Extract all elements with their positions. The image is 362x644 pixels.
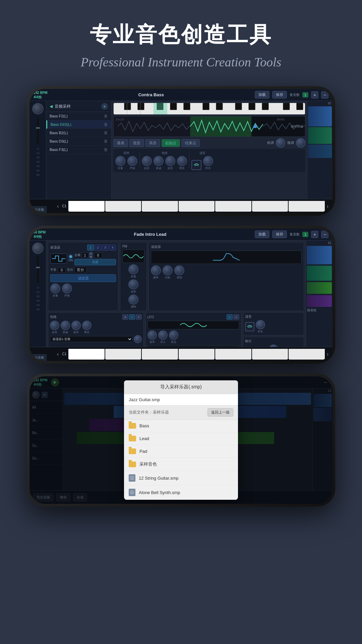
svg-rect-7 xyxy=(216,103,223,110)
dialog-folder-item[interactable]: Pad xyxy=(124,445,238,458)
waveform-display1: 24120 36081 循环区域 xyxy=(113,116,305,137)
phone2-topbar: 90 BPM 4/4拍 Fade Intro Lead 加载 保存 复音数 1 … xyxy=(29,228,333,240)
lfo-panel: LFO 1 2 xyxy=(145,312,241,347)
prev-oct-btn1[interactable]: ‹ xyxy=(56,203,60,209)
env-osc-select1[interactable]: 振荡器1-音量 xyxy=(50,336,133,342)
load-btn1[interactable]: 加载 xyxy=(255,91,269,99)
knob-fm-wave xyxy=(128,279,138,289)
waveform-end: 36081 xyxy=(277,118,285,121)
export-btn1[interactable]: 导出音频 xyxy=(29,206,47,213)
phone1-sidebar: -3 -12 -20 -30 -40 -50 -60 xyxy=(29,101,46,199)
samples-title: 音频采样 xyxy=(55,104,99,109)
polyphony-label2: 复音数 xyxy=(290,232,300,237)
fine-tune-label: 粗调 xyxy=(267,141,274,145)
phone2-sidebar: -3 -12 -20 -30 -40 -50 xyxy=(29,240,46,347)
phone1-outer: 142 BPM 4/4拍 Contra Bass 加载 保存 复音数 1 + − xyxy=(27,86,335,216)
next-oct-btn2[interactable]: › xyxy=(325,351,330,357)
osc-panel: 振荡器 1 2 3 4 xyxy=(48,242,118,311)
lfo-title: LFO xyxy=(147,315,154,319)
svg-rect-17 xyxy=(114,116,190,137)
dialog-filename-input[interactable] xyxy=(124,394,238,406)
dialog-folder-header: 当前文件夹：采样乐器 返回上一级 xyxy=(124,406,238,420)
bpm-display2: 90 BPM 4/4拍 xyxy=(34,230,46,239)
export-btn2[interactable]: 导出音频 xyxy=(29,354,47,361)
sample-item[interactable]: Bass F2(L)🗑 xyxy=(46,112,111,120)
sample-item[interactable]: Bass B2(L)🗑 xyxy=(46,129,111,137)
dialog-file-item[interactable]: 12 String Guitar.smp xyxy=(124,471,238,485)
mode-btn-start[interactable]: 起始点 xyxy=(162,139,180,147)
import-dialog-overlay: 导入采样乐器(.smp) 当前文件夹：采样乐器 返回上一级 Bass xyxy=(29,376,333,504)
knob-depth xyxy=(158,330,168,340)
import-dialog: 导入采样乐器(.smp) 当前文件夹：采样乐器 返回上一级 Bass xyxy=(124,380,238,500)
bpm-display1: 142 BPM 4/4拍 xyxy=(34,91,48,99)
knob-time1 xyxy=(203,156,213,166)
voice-up[interactable]: ▲ xyxy=(89,252,93,255)
dialog-folder-item[interactable]: Lead xyxy=(124,432,238,445)
dialog-folder-item[interactable]: 采样音色 xyxy=(124,458,238,471)
poly-minus2[interactable]: − xyxy=(321,231,328,238)
save-btn1[interactable]: 保存 xyxy=(272,91,287,99)
phone2-tracks: 21 除音段 xyxy=(306,240,333,347)
knob-volume1 xyxy=(115,156,125,166)
micro-tune-label: 微调 xyxy=(287,141,294,145)
dialog-folder-item[interactable]: Bass xyxy=(124,420,238,432)
osc-shape-display xyxy=(50,254,67,264)
next-oct-btn1[interactable]: › xyxy=(325,203,330,209)
reverb-icon1 xyxy=(191,160,201,170)
mode-btn-treble[interactable]: 高音 xyxy=(145,139,160,147)
piano-strip1 xyxy=(113,103,305,115)
dialog-title: 导入采样乐器(.smp) xyxy=(124,380,238,394)
knob-freq xyxy=(151,265,161,275)
priority-btn[interactable]: 先进 xyxy=(74,259,116,265)
svg-rect-10 xyxy=(262,103,269,110)
sample-item[interactable]: Bass D3(L)🗑 xyxy=(46,137,111,146)
poly-minus1[interactable]: − xyxy=(321,91,328,99)
output-panel: 输出 增益 xyxy=(243,337,304,347)
phone3-screen: 142 BPM 4/4拍 ← xyxy=(29,376,333,504)
env-title2: 包络 xyxy=(50,315,57,319)
knob-sustain2 xyxy=(71,321,81,330)
knob-resonance xyxy=(163,265,173,275)
mode-btn-end[interactable]: 结束点 xyxy=(181,139,200,147)
svg-point-19 xyxy=(253,125,257,128)
fm-wave xyxy=(122,250,144,263)
sample-item[interactable]: Bass G#2(L)🗑 xyxy=(46,120,111,129)
filter-btn[interactable]: 滤波器 xyxy=(50,274,116,282)
polyphony-value1: 1 xyxy=(302,92,308,98)
sample-item[interactable]: Bass F3(L)🗑 xyxy=(46,146,111,154)
prev-oct-btn2[interactable]: ‹ xyxy=(56,351,60,357)
poly-plus1[interactable]: + xyxy=(311,91,318,99)
back-btn[interactable]: 返回上一级 xyxy=(207,408,233,417)
svg-rect-9 xyxy=(249,103,255,110)
knob-decay1 xyxy=(154,156,164,166)
save-btn2[interactable]: 保存 xyxy=(272,230,287,238)
led-on xyxy=(69,255,72,258)
waveform-start: 24120 xyxy=(116,118,124,121)
poly-plus2[interactable]: + xyxy=(311,231,318,238)
knob-fm-vol xyxy=(128,264,138,274)
phone2-keyboard: 导出音频 ‹ C1 › xyxy=(29,347,333,361)
load-btn2[interactable]: 加载 xyxy=(255,230,269,238)
mode-btn-bass[interactable]: 低音 xyxy=(129,139,144,147)
add-sample-btn[interactable]: + xyxy=(101,103,108,110)
header-title-en: Professional Instrument Creation Tools xyxy=(13,55,349,69)
loop-label: 循环区域 xyxy=(291,124,303,129)
current-folder-label: 当前文件夹：采样乐器 xyxy=(129,410,207,415)
osc-tab-2[interactable]: 2 xyxy=(95,245,101,251)
voice-down[interactable]: ▼ xyxy=(89,255,93,258)
dialog-file-item[interactable]: Alone Bell Synth.smp xyxy=(124,485,238,500)
on-label: ON xyxy=(68,259,73,262)
filter-title: 滤波器 xyxy=(151,245,302,249)
polyphony-label1: 复音数 xyxy=(290,93,300,97)
osc-tab-1[interactable]: 1 xyxy=(87,245,94,251)
mode-btn-standard[interactable]: 基准 xyxy=(113,139,128,147)
osc-tab-3[interactable]: 3 xyxy=(102,245,109,251)
svg-rect-16 xyxy=(154,103,167,114)
filter-wave xyxy=(151,251,302,264)
knob-vol2 xyxy=(50,283,60,293)
knob-env-small xyxy=(134,335,142,343)
osc-tab-4[interactable]: 4 xyxy=(109,245,116,251)
knob-release2 xyxy=(82,321,92,330)
note-label2: C1 xyxy=(61,352,68,356)
knob-output-gain xyxy=(269,344,278,347)
